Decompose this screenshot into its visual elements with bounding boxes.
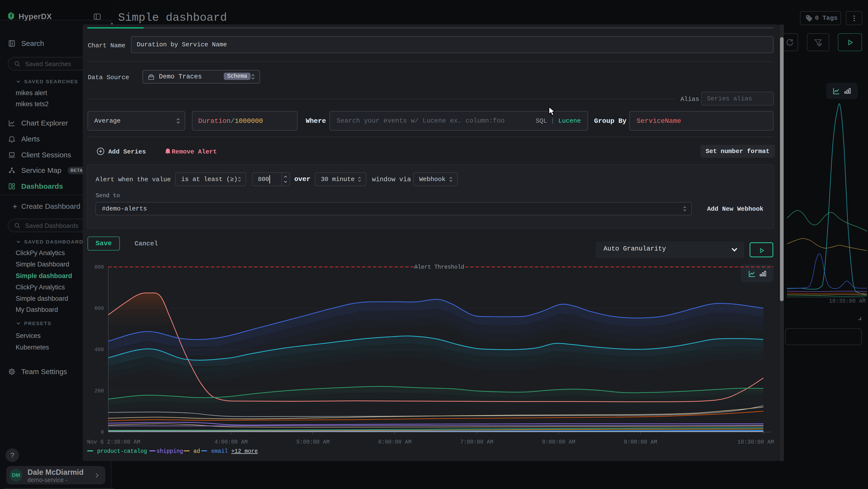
svg-text:0: 0 xyxy=(101,429,104,435)
svg-text:10:35:00 AM: 10:35:00 AM xyxy=(829,298,866,304)
svg-text:8:00:00 AM: 8:00:00 AM xyxy=(542,439,575,445)
svg-text:4:00:00 AM: 4:00:00 AM xyxy=(214,439,248,445)
svg-text:200: 200 xyxy=(94,388,104,394)
svg-text:Nov 6 2:30:00 AM: Nov 6 2:30:00 AM xyxy=(87,439,140,445)
svg-text:7:00:00 AM: 7:00:00 AM xyxy=(460,439,493,445)
svg-text:800: 800 xyxy=(94,264,104,270)
svg-text:email: email xyxy=(211,448,228,455)
svg-text:+12 more: +12 more xyxy=(231,448,258,455)
svg-text:Alert Threshold: Alert Threshold xyxy=(414,264,464,270)
svg-text:5:00:00 AM: 5:00:00 AM xyxy=(296,439,330,445)
svg-text:ad: ad xyxy=(193,448,200,455)
svg-text:10:30:00 AM: 10:30:00 AM xyxy=(737,439,774,445)
svg-text:shipping: shipping xyxy=(156,448,183,455)
svg-text:6:00:00 AM: 6:00:00 AM xyxy=(378,439,411,445)
svg-text:9:00:00 AM: 9:00:00 AM xyxy=(624,439,657,445)
svg-text:400: 400 xyxy=(94,347,104,353)
svg-text:product-catalog: product-catalog xyxy=(97,448,147,455)
svg-text:600: 600 xyxy=(94,306,104,312)
